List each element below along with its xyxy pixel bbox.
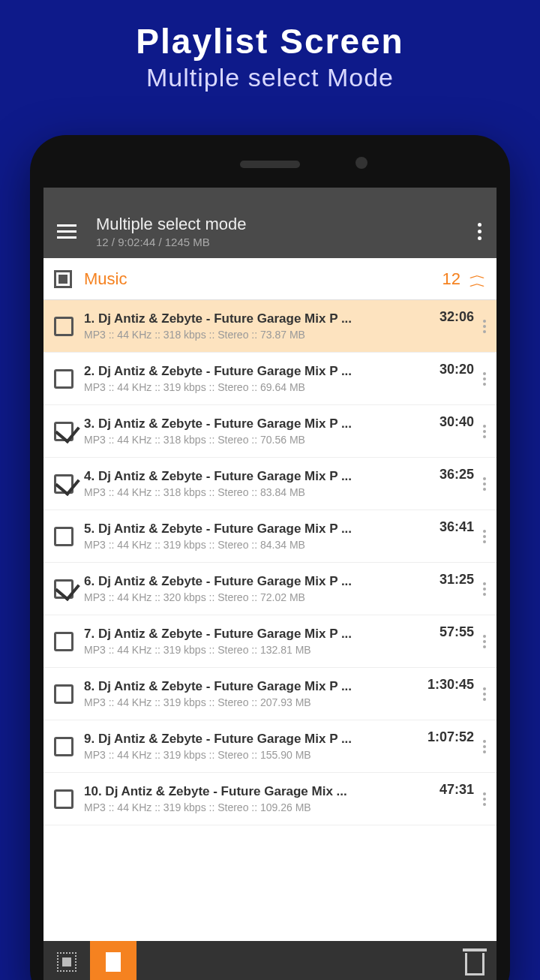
track-row[interactable]: 9. Dj Antiz & Zebyte - Future Garage Mix…	[44, 720, 496, 773]
track-title: 6. Dj Antiz & Zebyte - Future Garage Mix…	[84, 574, 432, 589]
track-subtitle: MP3 :: 44 KHz :: 319 kbps :: Stereo :: 1…	[84, 644, 432, 656]
track-info: 8. Dj Antiz & Zebyte - Future Garage Mix…	[84, 679, 420, 708]
track-info: 7. Dj Antiz & Zebyte - Future Garage Mix…	[84, 627, 432, 656]
phone-camera	[356, 157, 368, 169]
track-duration: 47:31	[440, 782, 474, 798]
overflow-menu-icon[interactable]	[470, 215, 489, 248]
track-menu-icon[interactable]	[480, 734, 489, 759]
track-menu-icon[interactable]	[480, 314, 489, 339]
track-duration: 32:06	[440, 309, 474, 325]
track-row[interactable]: 10. Dj Antiz & Zebyte - Future Garage Mi…	[44, 773, 496, 825]
track-subtitle: MP3 :: 44 KHz :: 319 kbps :: Stereo :: 8…	[84, 539, 432, 551]
track-title: 4. Dj Antiz & Zebyte - Future Garage Mix…	[84, 469, 432, 484]
track-menu-icon[interactable]	[480, 629, 489, 654]
track-checkbox[interactable]	[54, 422, 74, 441]
track-duration: 1:30:45	[428, 677, 474, 693]
track-duration: 30:40	[440, 414, 474, 430]
track-menu-icon[interactable]	[480, 471, 489, 497]
track-subtitle: MP3 :: 44 KHz :: 319 kbps :: Stereo :: 6…	[84, 381, 432, 393]
app-bar: Multiple select mode 12 / 9:02:44 / 1245…	[44, 204, 496, 258]
track-row[interactable]: 2. Dj Antiz & Zebyte - Future Garage Mix…	[44, 353, 496, 405]
tab-select-pattern[interactable]	[44, 941, 90, 980]
status-bar	[44, 188, 496, 204]
track-subtitle: MP3 :: 44 KHz :: 319 kbps :: Stereo :: 1…	[84, 749, 420, 761]
app-bar-title: Multiple select mode	[96, 215, 470, 234]
track-checkbox[interactable]	[54, 317, 74, 336]
track-duration: 1:07:52	[428, 729, 474, 745]
track-info: 6. Dj Antiz & Zebyte - Future Garage Mix…	[84, 574, 432, 603]
track-subtitle: MP3 :: 44 KHz :: 319 kbps :: Stereo :: 2…	[84, 696, 420, 708]
track-row[interactable]: 3. Dj Antiz & Zebyte - Future Garage Mix…	[44, 405, 496, 458]
track-checkbox[interactable]	[54, 369, 74, 389]
track-menu-icon[interactable]	[480, 366, 489, 392]
section-header: Music 12 ︿︿	[44, 258, 496, 300]
track-info: 10. Dj Antiz & Zebyte - Future Garage Mi…	[84, 784, 432, 813]
track-subtitle: MP3 :: 44 KHz :: 319 kbps :: Stereo :: 1…	[84, 801, 432, 813]
track-menu-icon[interactable]	[480, 681, 489, 707]
phone-speaker	[240, 161, 300, 168]
track-duration: 30:20	[440, 362, 474, 377]
track-checkbox[interactable]	[54, 737, 74, 756]
section-count: 12	[442, 269, 460, 289]
track-checkbox[interactable]	[54, 632, 74, 651]
app-bar-text: Multiple select mode 12 / 9:02:44 / 1245…	[96, 215, 470, 248]
phone-frame: Multiple select mode 12 / 9:02:44 / 1245…	[30, 135, 510, 980]
track-duration: 36:41	[440, 519, 474, 535]
hamburger-icon[interactable]	[57, 224, 80, 239]
collapse-icon[interactable]: ︿︿	[470, 271, 486, 287]
track-title: 3. Dj Antiz & Zebyte - Future Garage Mix…	[84, 416, 432, 431]
track-row[interactable]: 7. Dj Antiz & Zebyte - Future Garage Mix…	[44, 615, 496, 668]
app-bar-subtitle: 12 / 9:02:44 / 1245 MB	[96, 236, 470, 248]
track-title: 5. Dj Antiz & Zebyte - Future Garage Mix…	[84, 522, 432, 537]
track-info: 2. Dj Antiz & Zebyte - Future Garage Mix…	[84, 364, 432, 393]
promo-header: Playlist Screen Multiple select Mode	[0, 0, 540, 92]
track-subtitle: MP3 :: 44 KHz :: 320 kbps :: Stereo :: 7…	[84, 591, 432, 603]
app-screen: Multiple select mode 12 / 9:02:44 / 1245…	[44, 188, 496, 980]
track-subtitle: MP3 :: 44 KHz :: 318 kbps :: Stereo :: 8…	[84, 486, 432, 498]
track-title: 1. Dj Antiz & Zebyte - Future Garage Mix…	[84, 311, 432, 326]
track-title: 8. Dj Antiz & Zebyte - Future Garage Mix…	[84, 679, 420, 694]
track-row[interactable]: 6. Dj Antiz & Zebyte - Future Garage Mix…	[44, 563, 496, 615]
track-info: 9. Dj Antiz & Zebyte - Future Garage Mix…	[84, 732, 420, 761]
track-title: 10. Dj Antiz & Zebyte - Future Garage Mi…	[84, 784, 432, 799]
track-menu-icon[interactable]	[480, 524, 489, 549]
track-info: 4. Dj Antiz & Zebyte - Future Garage Mix…	[84, 469, 432, 498]
track-row[interactable]: 8. Dj Antiz & Zebyte - Future Garage Mix…	[44, 668, 496, 720]
track-info: 3. Dj Antiz & Zebyte - Future Garage Mix…	[84, 416, 432, 446]
track-menu-icon[interactable]	[480, 419, 489, 444]
track-checkbox[interactable]	[54, 579, 74, 599]
track-title: 9. Dj Antiz & Zebyte - Future Garage Mix…	[84, 732, 420, 747]
track-duration: 36:25	[440, 467, 474, 482]
track-subtitle: MP3 :: 44 KHz :: 318 kbps :: Stereo :: 7…	[84, 329, 432, 341]
page-icon	[106, 952, 121, 972]
promo-subtitle: Multiple select Mode	[0, 63, 540, 92]
track-checkbox[interactable]	[54, 474, 74, 494]
track-list[interactable]: 1. Dj Antiz & Zebyte - Future Garage Mix…	[44, 300, 496, 825]
select-all-checkbox[interactable]	[54, 270, 72, 288]
trash-icon[interactable]	[465, 953, 484, 975]
track-info: 1. Dj Antiz & Zebyte - Future Garage Mix…	[84, 311, 432, 341]
track-menu-icon[interactable]	[480, 576, 489, 602]
grid-icon	[57, 952, 76, 972]
track-duration: 31:25	[440, 572, 474, 588]
track-title: 7. Dj Antiz & Zebyte - Future Garage Mix…	[84, 627, 432, 642]
track-title: 2. Dj Antiz & Zebyte - Future Garage Mix…	[84, 364, 432, 379]
section-title: Music	[84, 269, 442, 289]
track-duration: 57:55	[440, 624, 474, 640]
track-row[interactable]: 5. Dj Antiz & Zebyte - Future Garage Mix…	[44, 510, 496, 563]
track-checkbox[interactable]	[54, 789, 74, 809]
track-checkbox[interactable]	[54, 684, 74, 704]
track-info: 5. Dj Antiz & Zebyte - Future Garage Mix…	[84, 522, 432, 551]
track-subtitle: MP3 :: 44 KHz :: 318 kbps :: Stereo :: 7…	[84, 434, 432, 446]
tab-active[interactable]	[90, 941, 136, 980]
bottom-bar	[44, 941, 496, 980]
track-row[interactable]: 1. Dj Antiz & Zebyte - Future Garage Mix…	[44, 300, 496, 353]
promo-title: Playlist Screen	[0, 21, 540, 62]
track-checkbox[interactable]	[54, 527, 74, 546]
track-menu-icon[interactable]	[480, 786, 489, 812]
track-row[interactable]: 4. Dj Antiz & Zebyte - Future Garage Mix…	[44, 458, 496, 510]
